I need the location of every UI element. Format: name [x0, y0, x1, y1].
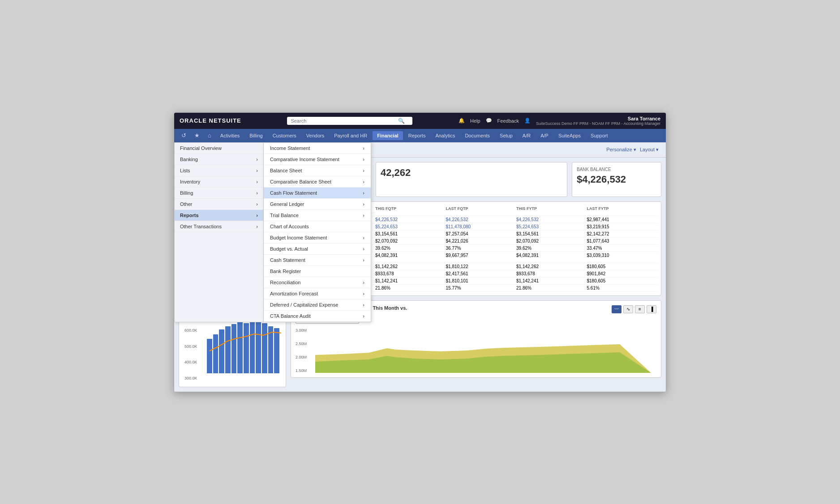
- menu-reports-label: Reports: [180, 213, 199, 218]
- this-fqtp-header: THIS FQTP: [375, 206, 446, 215]
- nav-suiteapps[interactable]: SuiteApps: [554, 131, 585, 140]
- nav-financial[interactable]: Financial: [373, 131, 403, 140]
- nav-support[interactable]: Support: [586, 131, 613, 140]
- ind-rev-this-fqtp: $5,224,653: [375, 224, 446, 229]
- comp-y-15m: 1.50M: [296, 368, 313, 373]
- nav-vendors[interactable]: Vendors: [302, 131, 329, 140]
- nav-wrapper: ↺ ★ ⌂ Activities Billing Customers Vendo…: [174, 129, 666, 142]
- user-name: Sara Torrance: [536, 116, 660, 121]
- submenu-cta-balance[interactable]: CTA Balance Audit ›: [264, 311, 371, 322]
- submenu-cash-statement[interactable]: Cash Statement ›: [264, 255, 371, 266]
- ind-gp-this-fqtp: $2,070,092: [375, 239, 446, 243]
- submenu-chart-of-accounts[interactable]: Chart of Accounts: [264, 221, 371, 232]
- nav-home-icon[interactable]: ⌂: [204, 130, 215, 141]
- personalize-button[interactable]: Personalize ▾: [606, 147, 636, 153]
- menu-other[interactable]: Other ›: [175, 199, 263, 210]
- submenu-deferred[interactable]: Deferred / Capitalized Expense ›: [264, 299, 371, 311]
- submenu-cta-balance-arrow: ›: [363, 313, 364, 319]
- ind-bank-this-fytp: $4,226,532: [516, 217, 587, 222]
- ind-ebitda-this-fqtp: $1,142,262: [375, 264, 446, 269]
- submenu-amortization[interactable]: Amortization Forecast ›: [264, 288, 371, 299]
- comp-chart-table-btn[interactable]: ≡: [635, 305, 645, 313]
- submenu-budget-vs-actual-arrow: ›: [363, 246, 364, 252]
- submenu-cash-statement-label: Cash Statement: [270, 257, 305, 263]
- nav-customers[interactable]: Customers: [268, 131, 301, 140]
- menu-lists-arrow: ›: [256, 168, 258, 173]
- menu-financial-overview-label: Financial Overview: [180, 145, 222, 151]
- app-window: ORACLE NETSUITE 🔍 🔔 Help 💬 Feedback 👤 Sa…: [174, 112, 666, 392]
- submenu-amortization-arrow: ›: [363, 291, 364, 296]
- ind-gpp-last-fytp: 33.47%: [587, 246, 658, 251]
- ind-exp-last-fqtp: $9,667,957: [446, 253, 517, 262]
- submenu-income-statement[interactable]: Income Statement ›: [264, 143, 371, 154]
- layout-button[interactable]: Layout ▾: [640, 147, 659, 153]
- submenu-budget-income[interactable]: Budget Income Statement ›: [264, 232, 371, 243]
- comp-chart-line-btn[interactable]: 〰: [612, 305, 621, 313]
- ind-gp-this-fytp: $2,070,092: [516, 239, 587, 243]
- nav-refresh-icon[interactable]: ↺: [178, 130, 190, 141]
- submenu-comparative-balance-arrow: ›: [363, 179, 364, 184]
- this-fytp-header: THIS FYTP: [516, 206, 587, 215]
- menu-banking-label: Banking: [180, 157, 198, 162]
- menu-reports[interactable]: Reports ›: [175, 210, 263, 221]
- submenu-deferred-label: Deferred / Capitalized Expense: [270, 302, 338, 308]
- comp-chart-curve-btn[interactable]: ∿: [623, 305, 633, 313]
- ind-nip-last-fytp: 5.61%: [587, 286, 658, 290]
- submenu-trial-balance-arrow: ›: [363, 213, 364, 218]
- menu-banking[interactable]: Banking ›: [175, 154, 263, 165]
- ind-bank-last-fytp: $2,987,441: [587, 217, 658, 222]
- submenu-comparative-income[interactable]: Comparative Income Statement ›: [264, 154, 371, 165]
- submenu-general-ledger[interactable]: General Ledger ›: [264, 199, 371, 210]
- nav-setup[interactable]: Setup: [495, 131, 517, 140]
- ind-ni-last-fqtp: $1,810,101: [446, 278, 517, 283]
- nav-reports[interactable]: Reports: [404, 131, 430, 140]
- nav-payroll[interactable]: Payroll and HR: [330, 131, 372, 140]
- top-right: 🔔 Help 💬 Feedback 👤 Sara Torrance SuiteS…: [459, 116, 660, 126]
- submenu-reconciliation[interactable]: Reconciliation ›: [264, 277, 371, 288]
- menu-other-transactions-label: Other Transactions: [180, 224, 222, 229]
- menu-lists[interactable]: Lists ›: [175, 165, 263, 176]
- submenu-budget-vs-actual[interactable]: Budget vs. Actual ›: [264, 243, 371, 255]
- ind-opex-this-fytp: $933,678: [516, 271, 587, 276]
- last-fqtp-header: LAST FQTP: [446, 206, 517, 215]
- menu-other-transactions-arrow: ›: [256, 224, 258, 229]
- comp-y-3m: 3.00M: [296, 328, 313, 333]
- ind-cogs-this-fqtp: $3,154,561: [375, 231, 446, 236]
- nav-billing[interactable]: Billing: [245, 131, 267, 140]
- search-input[interactable]: [291, 118, 398, 124]
- ind-bank-this-fqtp: $4,226,532: [375, 217, 446, 222]
- nav-documents[interactable]: Documents: [460, 131, 494, 140]
- ind-ebitda-last-fqtp: $1,810,122: [446, 264, 517, 269]
- menu-billing[interactable]: Billing ›: [175, 188, 263, 199]
- submenu-balance-sheet[interactable]: Balance Sheet ›: [264, 165, 371, 176]
- nav-star-icon[interactable]: ★: [191, 130, 203, 141]
- submenu-income-statement-label: Income Statement: [270, 145, 310, 151]
- ind-exp-this-fytp: $4,082,391: [516, 253, 587, 262]
- nav-analytics[interactable]: Analytics: [431, 131, 459, 140]
- submenu-cash-flow[interactable]: Cash Flow Statement ›: [264, 188, 371, 199]
- submenu-budget-vs-actual-label: Budget vs. Actual: [270, 246, 308, 252]
- feedback-label[interactable]: Feedback: [497, 118, 519, 124]
- submenu-comparative-balance[interactable]: Comparative Balance Sheet ›: [264, 176, 371, 188]
- logo: ORACLE NETSUITE: [180, 117, 241, 124]
- search-bar[interactable]: 🔍: [287, 117, 412, 125]
- submenu-bank-register[interactable]: Bank Register: [264, 266, 371, 277]
- submenu-income-statement-arrow: ›: [363, 145, 364, 151]
- comp-chart-bar-btn[interactable]: ▐: [647, 305, 656, 313]
- menu-inventory[interactable]: Inventory ›: [175, 176, 263, 188]
- nav-activities[interactable]: Activities: [216, 131, 244, 140]
- user-info: Sara Torrance SuiteSuccess Demo FF PRM -…: [536, 116, 660, 126]
- menu-financial-overview[interactable]: Financial Overview: [175, 143, 263, 154]
- nav-ar[interactable]: A/R: [518, 131, 535, 140]
- nav-ap[interactable]: A/P: [536, 131, 553, 140]
- menu-other-arrow: ›: [256, 201, 258, 207]
- notifications-icon[interactable]: 🔔: [459, 118, 465, 124]
- submenu-trial-balance[interactable]: Trial Balance ›: [264, 210, 371, 221]
- help-label[interactable]: Help: [470, 118, 480, 124]
- user-role: SuiteSuccess Demo FF PRM - NOAM FF PRM -…: [536, 121, 660, 126]
- y-label-2: 600.0K: [184, 328, 204, 333]
- menu-lists-label: Lists: [180, 168, 190, 173]
- reports-submenu: Income Statement › Comparative Income St…: [264, 142, 371, 322]
- menu-other-transactions[interactable]: Other Transactions ›: [175, 221, 263, 232]
- submenu-comparative-income-label: Comparative Income Statement: [270, 157, 339, 162]
